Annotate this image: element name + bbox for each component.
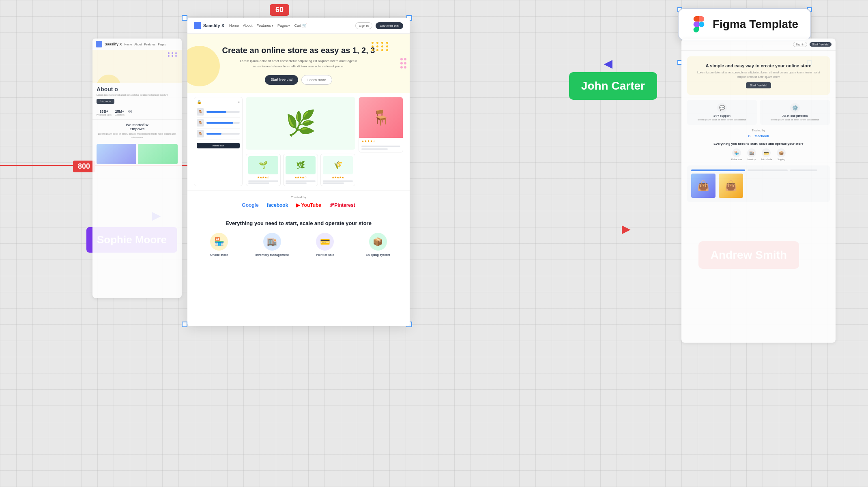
rp-hero-text: Lorem ipsum dolor sit amet consectetur a… — [694, 71, 823, 79]
rp-bottom-bars — [691, 169, 826, 171]
site-trusted-section: Trusted by Google facebook ▶ YouTube 𝒫 P… — [187, 190, 410, 213]
rp-everything-title: Everything you need to start, scale and … — [687, 142, 830, 146]
right-preview-header: Sign in Start free trial — [681, 39, 836, 51]
rp-icon-inventory: 🏬 Inventory — [747, 148, 756, 161]
badge-800: 800 — [73, 161, 95, 172]
site-logo: Saaslify X — [194, 22, 224, 29]
rp-icon-store-label: Online store — [731, 158, 742, 161]
product-card-line-2 — [286, 180, 316, 182]
product-card-1: 🌱 ★★★★☆ — [246, 154, 281, 186]
selection-corner-tl — [182, 15, 187, 21]
rp-bottom-img-1: 👜 — [691, 174, 715, 198]
selection-corner-bl — [182, 322, 187, 327]
site-product-showcase: 🔒 ≡ 🪑 🪑 🪑 Add to cart — [187, 93, 410, 190]
left-preview-body-text: Lorem ipsum dolor sit amet consectetur a… — [92, 93, 182, 97]
rp-platform-text: lorem ipsum dolor sit amet lorem consect… — [763, 118, 827, 121]
product-cards-row: 🌱 ★★★★☆ 🌿 ★★★★☆ 🌾 ★★★★★ — [246, 154, 355, 186]
left-preview-join-btn: Join our te — [97, 99, 114, 104]
rp-icon-inv-circle: 🏬 — [747, 148, 756, 157]
rp-features: 💬 24/7 support lorem ipsum dolor sit ame… — [687, 100, 830, 124]
hero-learn-more-btn[interactable]: Learn more — [301, 75, 332, 85]
hero-trial-btn[interactable]: Start free trial — [265, 75, 298, 85]
rp-icon-pos: 💳 Point of sale — [761, 148, 772, 161]
product-card-line-3 — [323, 180, 353, 182]
showcase-list-item-3: 🪑 — [197, 129, 240, 139]
figma-icon — [691, 16, 707, 32]
showcase-main-image: 🌿 — [246, 97, 355, 150]
rp-feature-platform: ⚙️ All-in-one platform lorem ipsum dolor… — [760, 100, 830, 124]
showcase-list-header: 🔒 ≡ — [197, 100, 240, 104]
showcase-add-btn[interactable]: Add to cart — [197, 143, 240, 148]
rp-bottom-product-imgs: 👜 👜 — [691, 174, 826, 198]
inventory-label: Inventory management — [249, 253, 296, 257]
figma-template-label: Figma Template — [713, 18, 798, 31]
rp-hero-title: A simple and easy way to create your onl… — [694, 63, 823, 69]
nav-link-features[interactable]: Features — [257, 24, 273, 28]
left-preview-stat-1: $3B+ Processed sales — [97, 109, 112, 116]
site-logo-text: Saaslify X — [203, 23, 224, 28]
rp-icons-row: 🏪 Online store 🏬 Inventory 💳 Point of sa… — [687, 148, 830, 161]
showcase-inner: 🔒 ≡ 🪑 🪑 🪑 Add to cart — [194, 97, 403, 186]
product-card-line-3b — [323, 182, 344, 184]
nav-link-about[interactable]: About — [243, 24, 253, 28]
feature-inventory: 🏬 Inventory management — [249, 233, 296, 257]
rp-feature-support: 💬 24/7 support lorem ipsum dolor sit ame… — [687, 100, 757, 124]
single-product-stars: ★★★★☆ — [359, 138, 403, 145]
badge-60: 60 — [270, 4, 289, 16]
showcase-list-item-2: 🪑 — [197, 118, 240, 129]
site-everything-section: Everything you need to start, scale and … — [187, 213, 410, 261]
site-signin-btn[interactable]: Sign in — [355, 22, 372, 29]
product-card-3: 🌾 ★★★★★ — [320, 154, 355, 186]
nav-link-home[interactable]: Home — [229, 24, 239, 28]
site-hero-subtitle: Lorem ipsum dolor sit amet consectetur a… — [238, 59, 359, 69]
single-product-img: 🪑 — [359, 97, 403, 138]
showcase-product-list: 🔒 ≡ 🪑 🪑 🪑 Add to cart — [194, 97, 243, 186]
product-card-stars-3: ★★★★★ — [323, 176, 353, 179]
nav-link-cart[interactable]: Cart 🛒 — [294, 24, 307, 28]
product-card-2: 🌿 ★★★★☆ — [283, 154, 318, 186]
features-grid: 🏪 Online store 🏬 Inventory management 💳 … — [196, 233, 402, 257]
main-plant-emoji: 🌿 — [286, 109, 316, 137]
figma-template-badge: Figma Template — [678, 8, 811, 41]
google-logo: Google — [242, 202, 258, 208]
rp-trial[interactable]: Start free trial — [810, 42, 831, 47]
inventory-icon: 🏬 — [263, 233, 281, 251]
rp-google: G — [748, 134, 750, 138]
cursor-arrow-red: ▶ — [622, 222, 631, 236]
shipping-label: Shipping system — [355, 253, 402, 257]
left-preview-stats: $3B+ Processed sales 25M+ Customers 44 — [92, 106, 182, 119]
feature-shipping: 📦 Shipping system — [355, 233, 402, 257]
feature-pos: 💳 Point of sale — [301, 233, 349, 257]
online-store-icon: 🏪 — [210, 233, 228, 251]
product-thumbnail-3: 🪑 — [197, 130, 204, 137]
rp-hero-btn[interactable]: Start free trial — [746, 82, 771, 88]
main-site-preview: Saaslify X Home About Features Pages Car… — [187, 18, 410, 326]
right-preview-content: A simple and easy way to create your onl… — [681, 51, 836, 208]
pos-label: Point of sale — [301, 253, 349, 257]
site-nav-actions: Sign in Start free trial — [355, 22, 403, 29]
rp-bottom-ui: 👜 👜 — [687, 165, 830, 202]
rp-signin[interactable]: Sign in — [793, 42, 807, 47]
rp-support-title: 24/7 support — [690, 114, 754, 117]
shipping-icon: 📦 — [369, 233, 387, 251]
rp-icon-pos-circle: 💳 — [762, 148, 771, 157]
product-bar-1 — [206, 111, 240, 113]
hero-pink-dots — [400, 58, 410, 69]
product-thumbnail-2: 🪑 — [197, 119, 204, 127]
left-preview-stat-2: 25M+ Customers — [115, 109, 125, 116]
trusted-label: Trusted by — [196, 195, 402, 199]
everything-title: Everything you need to start, scale and … — [196, 220, 402, 227]
trusted-logos: Google facebook ▶ YouTube 𝒫 Pinterest — [196, 202, 402, 208]
product-card-line-2b — [286, 182, 307, 184]
site-trial-btn[interactable]: Start free trial — [376, 22, 403, 29]
product-bar-3 — [206, 133, 240, 135]
left-preview-about-title: About o — [92, 83, 182, 93]
showcase-right-product: 🪑 ★★★★☆ — [359, 97, 403, 186]
nav-link-pages[interactable]: Pages — [277, 24, 290, 28]
left-preview-circle-yellow — [97, 75, 121, 83]
left-preview-stat-3: 44 — [128, 109, 132, 116]
single-product-line2 — [361, 148, 388, 150]
product-card-img-3: 🌾 — [323, 156, 353, 174]
site-logo-icon — [194, 22, 201, 29]
rp-icon-inv-label: Inventory — [747, 158, 756, 161]
